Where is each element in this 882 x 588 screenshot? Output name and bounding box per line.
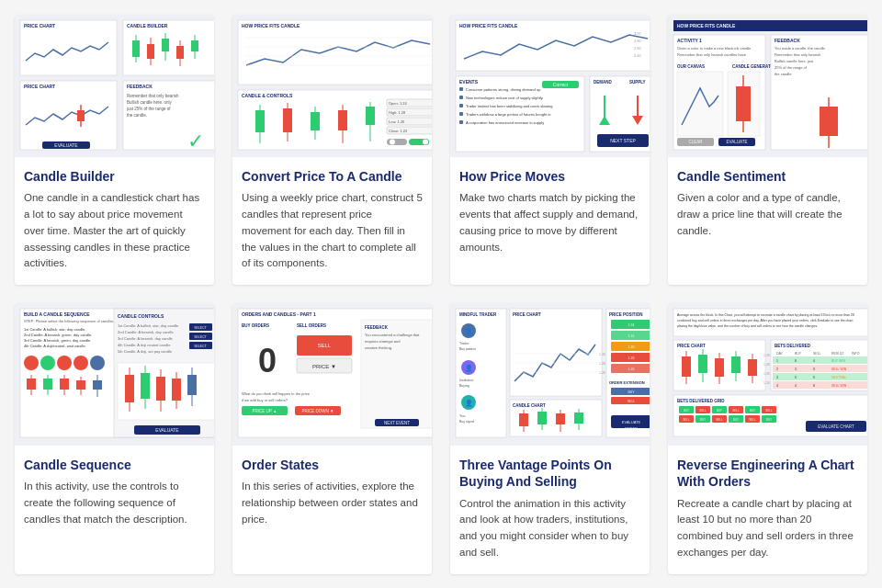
card-title-order-states: Order States	[242, 457, 423, 473]
svg-text:EVALUATE: EVALUATE	[622, 420, 641, 424]
svg-rect-256	[748, 359, 757, 376]
card-body-candle-sequence: Candle Sequence In this activity, use th…	[15, 446, 214, 574]
svg-rect-68	[459, 87, 463, 91]
svg-text:ORDERS AND CANDLES - PART 1: ORDERS AND CANDLES - PART 1	[242, 311, 316, 317]
svg-text:the candle.: the candle.	[775, 72, 793, 76]
svg-text:BUY: BUY	[717, 409, 722, 413]
svg-rect-10	[162, 39, 169, 51]
svg-text:You made a candle. the candle.: You made a candle. the candle.	[775, 46, 826, 51]
svg-point-56	[390, 140, 395, 145]
svg-text:ACTIVITY 1: ACTIVITY 1	[677, 38, 702, 43]
svg-rect-215	[537, 412, 547, 424]
card-convert-price[interactable]: HOW PRICE FITS CANDLE CANDLE & CONTROLS	[232, 15, 432, 285]
svg-text:4: 4	[776, 384, 778, 388]
svg-text:ORDER EXTENSION: ORDER EXTENSION	[609, 380, 645, 385]
svg-text:Average across the block. In t: Average across the block. In this Chart,…	[677, 313, 854, 317]
svg-text:HOW PRICE FITS CANDLE: HOW PRICE FITS CANDLE	[242, 23, 300, 28]
svg-text:4: 4	[813, 359, 815, 363]
card-candle-sequence[interactable]: BUILD A CANDLE SEQUENCE STEP: Please sel…	[15, 303, 214, 574]
svg-text:BUY: BUY	[628, 390, 635, 394]
svg-text:SELECT: SELECT	[194, 326, 207, 330]
svg-rect-161	[187, 375, 197, 395]
card-image-convert-price: HOW PRICE FITS CANDLE CANDLE & CONTROLS	[232, 15, 432, 157]
card-desc-three-vantage: Control the animation in this activity a…	[459, 496, 640, 561]
svg-text:Given a color to make a new bl: Given a color to make a new black ink ca…	[677, 46, 752, 51]
svg-text:Bullish candle here. only: Bullish candle here. only	[127, 100, 173, 105]
card-desc-how-price-moves: Make two charts match by picking the eve…	[459, 190, 640, 255]
illustration-convert-price: HOW PRICE FITS CANDLE CANDLE & CONTROLS	[232, 15, 432, 157]
card-desc-convert-price: Using a weekly price chart, construct 5 …	[242, 190, 423, 272]
svg-text:Remember that only bearish can: Remember that only bearish candles have	[677, 52, 747, 57]
svg-text:PRICE UP ▲: PRICE UP ▲	[253, 409, 277, 413]
svg-text:FEEDBACK: FEEDBACK	[127, 84, 153, 89]
svg-text:SELL: SELL	[318, 343, 332, 348]
svg-rect-159	[172, 379, 181, 401]
svg-text:creative thinking.: creative thinking.	[365, 345, 392, 350]
svg-text:6: 6	[813, 376, 815, 379]
svg-text:SELL WIN: SELL WIN	[831, 368, 847, 371]
card-title-three-vantage: Three Vantage Points On Buying And Selli…	[459, 457, 640, 490]
svg-text:PRICE POSITION: PRICE POSITION	[609, 312, 643, 317]
svg-text:SELL: SELL	[716, 418, 723, 422]
illustration-order-states: ORDERS AND CANDLES - PART 1 BUY ORDERS S…	[232, 303, 432, 446]
card-desc-candle-builder: One candle in a candlestick chart has a …	[24, 190, 205, 272]
svg-text:OUR CANVAS: OUR CANVAS	[677, 64, 705, 69]
svg-text:just 25% of the range of: just 25% of the range of	[126, 107, 171, 111]
svg-text:SELL: SELL	[732, 409, 740, 413]
svg-point-124	[40, 356, 55, 370]
card-candle-sentiment[interactable]: HOW PRICE FITS CANDLE ACTIVITY 1 Given a…	[668, 15, 867, 285]
svg-text:SELL: SELL	[749, 418, 756, 422]
svg-text:Buy pattern: Buy pattern	[459, 347, 476, 351]
svg-text:1st Candle: A bullish, star, d: 1st Candle: A bullish, star, day candle.	[24, 327, 85, 332]
svg-text:3: 3	[776, 376, 778, 379]
svg-text:BUY: BUY	[700, 418, 706, 422]
svg-text:BUY ORDERS: BUY ORDERS	[242, 323, 269, 328]
svg-text:FEEDBACK: FEEDBACK	[775, 38, 800, 43]
card-title-candle-sentiment: Candle Sentiment	[677, 168, 858, 185]
card-three-vantage[interactable]: MINDFUL TRADER 👤 Trader: Buy pattern 👤 I…	[450, 303, 650, 574]
svg-text:DAY: DAY	[776, 352, 784, 356]
svg-text:1.28: 1.28	[763, 363, 770, 367]
svg-text:2.40: 2.40	[634, 53, 642, 58]
card-body-order-states: Order States In this series of activitie…	[232, 446, 432, 574]
svg-text:PRICE CHART: PRICE CHART	[24, 23, 55, 28]
svg-point-127	[90, 356, 105, 370]
card-reverse-engineering[interactable]: Average across the block. In this Chart,…	[668, 303, 867, 574]
svg-text:PRICE CHART: PRICE CHART	[677, 344, 706, 348]
card-image-candle-sequence: BUILD A CANDLE SEQUENCE STEP: Please sel…	[15, 303, 214, 446]
svg-text:A corporation has announced in: A corporation has announced increase in …	[466, 120, 544, 125]
illustration-how-price-moves: HOW PRICE FITS CANDLE 3.00 2.80 2.60 2.4…	[450, 15, 650, 157]
svg-text:CANDLE CHART: CANDLE CHART	[513, 403, 546, 408]
svg-text:✓: ✓	[187, 130, 204, 153]
svg-text:25% of the range of: 25% of the range of	[775, 65, 808, 70]
svg-rect-98	[677, 72, 723, 136]
svg-point-58	[423, 140, 428, 145]
card-body-candle-builder: Candle Builder One candle in a candlesti…	[15, 157, 214, 285]
svg-text:2.60: 2.60	[634, 46, 642, 51]
svg-text:DEMAND: DEMAND	[594, 80, 612, 85]
svg-rect-202	[510, 309, 602, 396]
card-candle-builder[interactable]: PRICE CHART CANDLE BUILDER FEEDBACK	[15, 15, 214, 285]
svg-rect-250	[698, 355, 707, 373]
svg-text:1.28: 1.28	[628, 356, 635, 360]
svg-text:MINDFUL TRADER: MINDFUL TRADER	[459, 312, 497, 317]
card-desc-candle-sequence: In this activity, use the controls to cr…	[24, 479, 205, 527]
svg-text:SELL: SELL	[699, 409, 707, 413]
svg-text:1.32: 1.32	[628, 334, 635, 338]
svg-text:EVALUATE: EVALUATE	[727, 140, 748, 144]
svg-text:SELL: SELL	[683, 418, 690, 422]
card-how-price-moves[interactable]: HOW PRICE FITS CANDLE 3.00 2.80 2.60 2.4…	[450, 15, 650, 285]
svg-text:BUY: BUY	[684, 409, 689, 413]
svg-text:New technologies reduce cost o: New technologies reduce cost of supply s…	[466, 96, 543, 100]
svg-text:👤: 👤	[465, 327, 473, 335]
svg-text:1: 1	[776, 359, 778, 363]
svg-text:3rd Candle: A bearish, green, : 3rd Candle: A bearish, green, day candle…	[24, 338, 91, 343]
svg-text:1.30: 1.30	[763, 354, 770, 357]
svg-text:FEEDBACK: FEEDBACK	[365, 325, 389, 330]
svg-rect-6	[132, 40, 140, 57]
svg-text:BETS DELIVERED GRID: BETS DELIVERED GRID	[677, 399, 725, 403]
card-order-states[interactable]: ORDERS AND CANDLES - PART 1 BUY ORDERS S…	[232, 303, 432, 574]
svg-text:8: 8	[813, 384, 815, 388]
svg-text:You encountered a challenge th: You encountered a challenge that	[365, 333, 420, 337]
svg-text:9: 9	[813, 368, 815, 371]
